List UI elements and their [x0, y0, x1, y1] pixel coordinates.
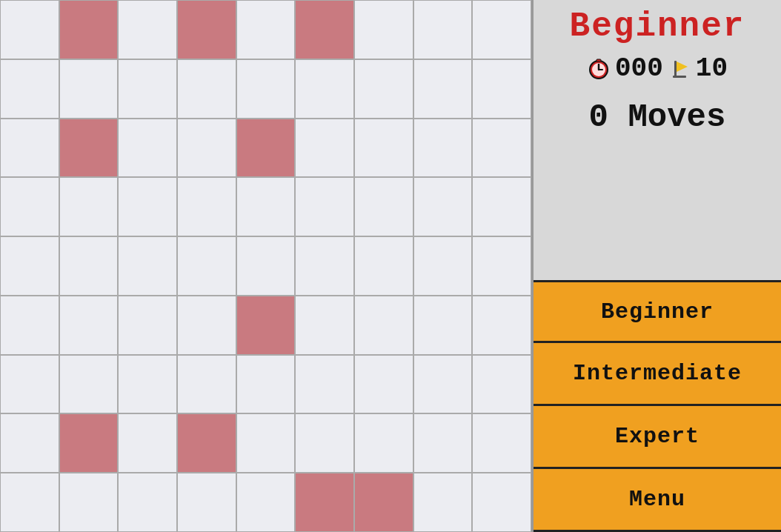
grid-cell[interactable] [413, 59, 473, 119]
grid-cell[interactable] [118, 355, 177, 414]
difficulty-btn-menu[interactable]: Menu [534, 469, 781, 532]
grid-cell[interactable] [472, 59, 531, 119]
grid-cell[interactable] [0, 119, 59, 178]
grid-cell[interactable] [354, 59, 413, 119]
grid-cell[interactable] [295, 0, 354, 59]
grid-cell[interactable] [295, 59, 354, 119]
grid-cell[interactable] [118, 119, 177, 178]
grid-cell[interactable] [295, 236, 354, 296]
grid-cell[interactable] [118, 0, 177, 59]
grid-cell[interactable] [295, 119, 354, 178]
grid-cell[interactable] [472, 177, 531, 236]
grid-cell[interactable] [354, 177, 413, 236]
svg-marker-6 [677, 61, 688, 72]
grid-cell[interactable] [413, 296, 473, 355]
grid-cell[interactable] [0, 296, 59, 355]
difficulty-btn-beginner[interactable]: Beginner [534, 280, 781, 343]
grid-cell[interactable] [0, 413, 59, 473]
grid-cell[interactable] [236, 119, 296, 178]
timer-value: 000 [615, 53, 663, 84]
game-title: Beginner [570, 7, 745, 46]
grid-cell[interactable] [118, 236, 177, 296]
grid-cell[interactable] [354, 236, 413, 296]
grid-cell[interactable] [0, 355, 59, 414]
grid-cell[interactable] [118, 177, 177, 236]
grid-cell[interactable] [472, 119, 531, 178]
svg-rect-7 [673, 76, 686, 78]
grid-cell[interactable] [413, 119, 473, 178]
svg-rect-5 [674, 61, 677, 77]
grid-cell[interactable] [472, 236, 531, 296]
grid-cell[interactable] [177, 177, 236, 236]
moves-display: 0 Moves [589, 99, 726, 136]
grid-cell[interactable] [177, 355, 236, 414]
grid-cell[interactable] [177, 0, 236, 59]
grid-cell[interactable] [354, 413, 413, 473]
grid-cell[interactable] [236, 177, 296, 236]
grid-cell[interactable] [472, 473, 531, 532]
grid-cell[interactable] [59, 296, 119, 355]
grid-cell[interactable] [177, 413, 236, 473]
grid-cell[interactable] [177, 59, 236, 119]
grid-cell[interactable] [118, 59, 177, 119]
grid-cell[interactable] [354, 296, 413, 355]
grid-cell[interactable] [59, 355, 119, 414]
grid-cell[interactable] [413, 0, 473, 59]
sidebar-panel: Beginner 000 10 0 Moves BeginnerIntermed… [534, 0, 781, 532]
grid-cell[interactable] [413, 177, 473, 236]
grid-cell[interactable] [0, 59, 59, 119]
grid-cell[interactable] [0, 236, 59, 296]
grid-cell[interactable] [354, 0, 413, 59]
game-grid-area[interactable] [0, 0, 534, 532]
stats-row: 000 10 [587, 53, 728, 84]
grid-cell[interactable] [177, 236, 236, 296]
grid-cell[interactable] [59, 0, 119, 59]
grid-cell[interactable] [59, 59, 119, 119]
difficulty-btn-intermediate[interactable]: Intermediate [534, 343, 781, 406]
grid-cell[interactable] [413, 355, 473, 414]
grid-cell[interactable] [59, 236, 119, 296]
flags-value: 10 [696, 53, 728, 84]
grid-cell[interactable] [177, 296, 236, 355]
grid-cell[interactable] [295, 355, 354, 414]
grid-cell[interactable] [354, 355, 413, 414]
grid-cell[interactable] [472, 413, 531, 473]
grid-cell[interactable] [472, 0, 531, 59]
svg-rect-4 [596, 59, 601, 61]
grid-cell[interactable] [295, 177, 354, 236]
grid-cell[interactable] [413, 413, 473, 473]
grid-cell[interactable] [354, 119, 413, 178]
grid-cell[interactable] [236, 236, 296, 296]
grid-cell[interactable] [413, 236, 473, 296]
grid-cell[interactable] [472, 296, 531, 355]
grid-cell[interactable] [177, 473, 236, 532]
grid-cell[interactable] [59, 413, 119, 473]
grid-cell[interactable] [236, 413, 296, 473]
grid-cell[interactable] [177, 119, 236, 178]
difficulty-buttons: BeginnerIntermediateExpertMenu [534, 280, 781, 532]
grid-cell[interactable] [295, 473, 354, 532]
grid-cell[interactable] [236, 59, 296, 119]
grid-cell[interactable] [295, 296, 354, 355]
grid-cell[interactable] [0, 177, 59, 236]
grid-cell[interactable] [118, 473, 177, 532]
grid-cell[interactable] [0, 0, 59, 59]
timer-icon [587, 57, 611, 81]
grid-cell[interactable] [413, 473, 473, 532]
grid-cell[interactable] [236, 355, 296, 414]
grid-cell[interactable] [118, 413, 177, 473]
minesweeper-grid[interactable] [0, 0, 531, 532]
grid-cell[interactable] [472, 355, 531, 414]
grid-cell[interactable] [236, 0, 296, 59]
grid-cell[interactable] [59, 177, 119, 236]
grid-cell[interactable] [0, 473, 59, 532]
grid-cell[interactable] [59, 119, 119, 178]
grid-cell[interactable] [59, 473, 119, 532]
grid-cell[interactable] [236, 296, 296, 355]
grid-cell[interactable] [236, 473, 296, 532]
grid-cell[interactable] [354, 473, 413, 532]
flag-icon [668, 57, 691, 81]
difficulty-btn-expert[interactable]: Expert [534, 406, 781, 469]
grid-cell[interactable] [295, 413, 354, 473]
grid-cell[interactable] [118, 296, 177, 355]
